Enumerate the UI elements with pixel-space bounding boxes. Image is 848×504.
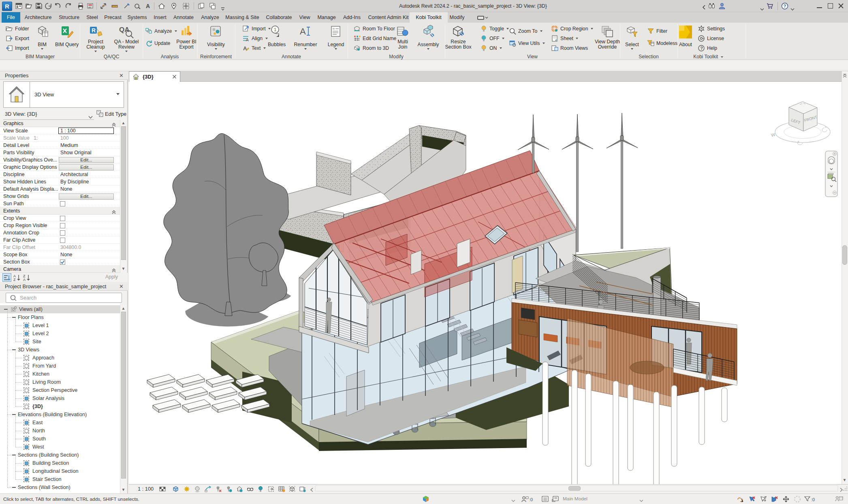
svg-text:1: 1 — [274, 27, 276, 32]
svg-text:A: A — [23, 278, 26, 282]
svg-text:A: A — [300, 26, 306, 36]
svg-text:A: A — [146, 3, 150, 9]
svg-text:Z: Z — [13, 278, 16, 282]
svg-text::0: :0 — [811, 497, 815, 502]
svg-text:A: A — [246, 38, 249, 42]
svg-text::0: :0 — [529, 497, 533, 502]
svg-text:?: ? — [700, 46, 703, 51]
svg-text:QA: QA — [119, 26, 130, 34]
svg-text:R: R — [92, 27, 96, 34]
svg-text:?: ? — [784, 4, 786, 9]
